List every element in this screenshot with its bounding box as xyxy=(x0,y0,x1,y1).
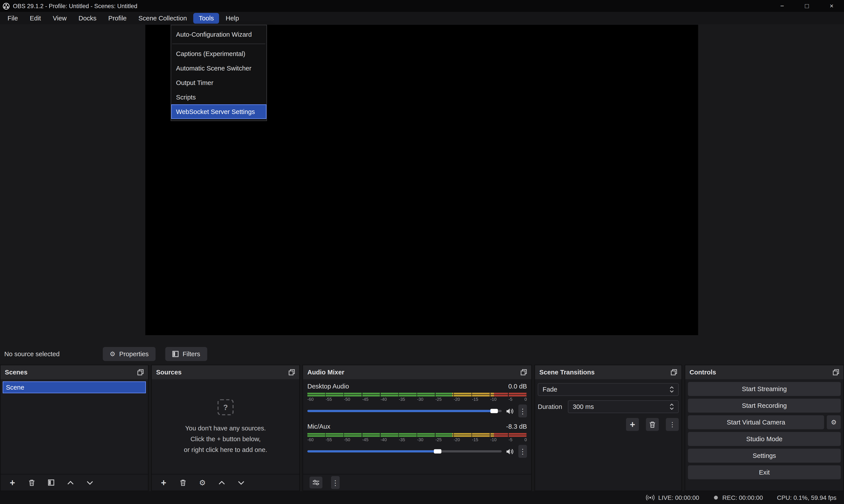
start-streaming-button[interactable]: Start Streaming xyxy=(688,382,841,396)
channel-options-button[interactable]: ⋮ xyxy=(518,445,527,458)
meter-tick-label: -15 xyxy=(472,397,478,402)
spin-down-icon[interactable] xyxy=(670,407,674,410)
exit-button[interactable]: Exit xyxy=(688,465,841,480)
sources-empty-state[interactable]: ? You don't have any sources. Click the … xyxy=(152,379,299,474)
move-source-up-button[interactable] xyxy=(216,477,227,488)
meter-tick-label: -55 xyxy=(326,397,332,402)
menu-file[interactable]: File xyxy=(2,13,23,23)
meter-tick-label: -30 xyxy=(417,397,423,402)
audio-mixer-body: Desktop Audio 0.0 dB -60-55-50-45-40-35-… xyxy=(303,379,531,474)
sources-dock-title: Sources xyxy=(156,368,181,376)
titlebar: OBS 29.1.2 - Profile: Untitled - Scenes:… xyxy=(0,0,844,12)
meter-tick-label: -45 xyxy=(362,437,368,442)
settings-button[interactable]: Settings xyxy=(688,449,841,463)
statusbar: LIVE: 00:00:00 REC: 00:00:00 CPU: 0.1%, … xyxy=(0,491,844,504)
menu-edit[interactable]: Edit xyxy=(24,13,46,23)
mixer-channel-desktop-audio: Desktop Audio 0.0 dB -60-55-50-45-40-35-… xyxy=(307,382,527,417)
scene-list: Scene xyxy=(0,379,148,474)
channel-level: -8.3 dB xyxy=(506,423,527,430)
menu-item-automatic-scene-switcher[interactable]: Automatic Scene Switcher xyxy=(171,61,266,75)
chevron-down-icon xyxy=(238,481,244,484)
volume-slider-handle[interactable] xyxy=(490,409,497,413)
gear-icon: ⚙ xyxy=(831,418,837,426)
volume-slider[interactable] xyxy=(307,450,502,452)
scene-transitions-dock-title: Scene Transitions xyxy=(540,368,595,376)
move-scene-up-button[interactable] xyxy=(65,477,76,488)
advanced-audio-button[interactable] xyxy=(310,476,322,488)
trash-icon xyxy=(180,479,186,486)
filters-button[interactable]: Filters xyxy=(165,347,207,361)
move-source-down-button[interactable] xyxy=(236,477,247,488)
transition-options-button[interactable]: ⋮ xyxy=(666,418,679,431)
obs-window: OBS 29.1.2 - Profile: Untitled - Scenes:… xyxy=(0,0,844,504)
studio-mode-button[interactable]: Studio Mode xyxy=(688,432,841,446)
speaker-icon[interactable] xyxy=(506,408,514,415)
speaker-icon[interactable] xyxy=(506,448,514,455)
scene-filters-button[interactable] xyxy=(46,477,56,488)
popout-icon[interactable] xyxy=(833,369,839,375)
popout-icon[interactable] xyxy=(288,369,295,375)
channel-options-button[interactable]: ⋮ xyxy=(518,404,527,417)
chevron-down-icon xyxy=(87,481,93,484)
menu-item-output-timer[interactable]: Output Timer xyxy=(171,75,266,90)
plus-icon: + xyxy=(630,420,635,429)
transition-select[interactable]: Fade xyxy=(538,383,679,396)
add-transition-button[interactable]: + xyxy=(626,418,639,431)
rec-status: REC: 00:00:00 xyxy=(713,494,763,501)
transition-value: Fade xyxy=(543,385,557,393)
spin-up-icon[interactable] xyxy=(670,403,674,406)
menu-item-captions-experimental[interactable]: Captions (Experimental) xyxy=(171,46,266,61)
scene-transitions-body: Fade Duration 300 ms xyxy=(535,379,681,491)
remove-source-button[interactable] xyxy=(178,477,188,488)
menu-view[interactable]: View xyxy=(48,13,72,23)
source-toolbar: No source selected ⚙ Properties Filters xyxy=(0,343,844,364)
sources-dock-header: Sources xyxy=(152,365,299,379)
properties-label: Properties xyxy=(119,350,149,357)
mixer-options-button[interactable]: ⋮ xyxy=(331,476,340,489)
meter-tick-label: -20 xyxy=(454,397,460,402)
virtual-camera-settings-button[interactable]: ⚙ xyxy=(827,415,841,429)
volume-slider[interactable] xyxy=(307,410,502,412)
live-time: LIVE: 00:00:00 xyxy=(658,494,699,501)
popout-icon[interactable] xyxy=(671,369,677,375)
source-properties-button[interactable]: ⚙ xyxy=(197,477,208,488)
popout-icon[interactable] xyxy=(137,369,144,375)
menu-scene-collection[interactable]: Scene Collection xyxy=(133,13,193,23)
menu-item-scripts[interactable]: Scripts xyxy=(171,90,266,104)
scene-filters-icon xyxy=(48,480,54,486)
spinner-arrows xyxy=(670,403,674,410)
start-virtual-camera-button[interactable]: Start Virtual Camera xyxy=(688,415,824,429)
minimize-button[interactable]: − xyxy=(770,0,794,12)
dots-icon: ⋮ xyxy=(332,479,339,487)
menu-item-auto-configuration-wizard[interactable]: Auto-Configuration Wizard xyxy=(171,27,266,41)
menu-item-websocket-server-settings[interactable]: WebSocket Server Settings xyxy=(171,104,266,119)
menu-tools[interactable]: Tools xyxy=(193,13,219,23)
remove-transition-button[interactable] xyxy=(646,418,659,431)
start-recording-button[interactable]: Start Recording xyxy=(688,399,841,413)
scene-list-item[interactable]: Scene xyxy=(3,381,146,393)
channel-level: 0.0 dB xyxy=(508,382,527,390)
filters-icon xyxy=(172,350,179,357)
meter-scale: -60-55-50-45-40-35-30-25-20-15-10-50 xyxy=(307,437,527,442)
add-source-button[interactable]: + xyxy=(158,477,169,488)
chevron-up-icon xyxy=(218,481,225,484)
menu-profile[interactable]: Profile xyxy=(103,13,132,23)
meter-tick-label: -5 xyxy=(508,437,512,442)
audio-mixer-dock-title: Audio Mixer xyxy=(307,368,344,376)
duration-spinbox[interactable]: 300 ms xyxy=(568,400,679,413)
add-scene-button[interactable]: + xyxy=(7,477,18,488)
plus-icon: + xyxy=(161,478,166,487)
menu-docks[interactable]: Docks xyxy=(73,13,102,23)
remove-scene-button[interactable] xyxy=(27,477,37,488)
move-scene-down-button[interactable] xyxy=(85,477,95,488)
menubar: File Edit View Docks Profile Scene Colle… xyxy=(0,12,844,24)
close-button[interactable]: × xyxy=(819,0,844,12)
volume-slider-handle[interactable] xyxy=(434,449,441,453)
meter-scale: -60-55-50-45-40-35-30-25-20-15-10-50 xyxy=(307,397,527,402)
popout-icon[interactable] xyxy=(521,369,527,375)
menu-help[interactable]: Help xyxy=(221,13,244,23)
scenes-dock-header: Scenes xyxy=(0,365,148,379)
empty-text-line: Click the + button below, xyxy=(191,435,261,443)
maximize-button[interactable]: □ xyxy=(794,0,820,12)
properties-button[interactable]: ⚙ Properties xyxy=(103,347,156,361)
